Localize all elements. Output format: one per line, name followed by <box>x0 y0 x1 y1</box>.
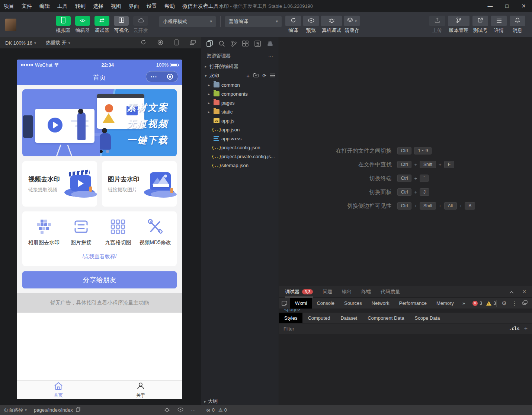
style-filter-input[interactable] <box>283 326 509 332</box>
test-account-button[interactable]: 测试号 <box>472 16 488 34</box>
tree-item-components[interactable]: ▸ components <box>201 89 279 98</box>
devtools-tab-wxml[interactable]: Wxml <box>290 298 312 309</box>
explorer-more-button[interactable]: ⋯ <box>268 53 273 59</box>
details-button[interactable]: 详情 <box>491 16 507 34</box>
computed-tab[interactable]: Computed <box>302 313 335 323</box>
close-panel-icon[interactable]: × <box>523 288 526 295</box>
tab-output[interactable]: 输出 <box>342 286 352 297</box>
debugger-toggle-button[interactable]: 调试器 <box>92 16 112 34</box>
preview-button[interactable]: 预览 <box>303 16 319 34</box>
banner-carousel[interactable]: 素材文案 无痕视频 一键下载 <box>22 89 177 156</box>
scope-data-tab[interactable]: Scope Data <box>409 313 445 323</box>
refresh-icon[interactable]: ⟳ <box>262 73 266 79</box>
undock-windows-icon[interactable] <box>190 40 196 46</box>
user-avatar[interactable] <box>5 19 16 31</box>
collapse-all-icon[interactable] <box>270 73 275 79</box>
new-file-icon[interactable]: + <box>246 73 250 79</box>
tab-problems[interactable]: 问题 <box>323 286 332 297</box>
compile-button[interactable]: 编译 <box>285 16 301 34</box>
editor-toggle-button[interactable]: </> 编辑器 <box>73 16 92 34</box>
devtools-tab-console[interactable]: Console <box>312 298 339 309</box>
tab-terminal[interactable]: 终端 <box>361 286 371 297</box>
devtools-tab-performance[interactable]: Performance <box>394 298 431 309</box>
mode-select[interactable]: 小程序模式 ▾ <box>159 16 216 27</box>
tree-item-sitemap-json[interactable]: {..} sitemap.json <box>201 161 279 170</box>
menu-project[interactable]: 项目 <box>0 0 18 12</box>
clear-cache-button[interactable]: ▾ 清缓存 <box>344 16 360 34</box>
compile-mode-select[interactable]: 普通编译 ▾ <box>225 16 282 27</box>
video-md5-item[interactable]: 视频MD5修改 <box>137 219 174 246</box>
messages-button[interactable]: 消息 <box>510 16 525 34</box>
share-button[interactable]: 分享给朋友 <box>22 271 177 288</box>
tab-debugger[interactable]: 调试器 3,3 <box>285 286 313 297</box>
dataset-tab[interactable]: Dataset <box>335 313 362 323</box>
collapse-panel-icon[interactable] <box>509 289 514 295</box>
minimize-button[interactable]: — <box>482 0 499 12</box>
hot-reload-select[interactable]: 热重载 开 ▾ <box>46 39 70 46</box>
menu-goto[interactable]: 转到 <box>71 0 89 12</box>
tab-home[interactable]: 首页 <box>17 381 100 399</box>
visualize-toggle-button[interactable]: 可视化 <box>112 16 131 34</box>
extensions-icon[interactable] <box>242 41 249 47</box>
inspect-element-icon[interactable] <box>279 300 290 306</box>
devtools-tab-memory[interactable]: Memory <box>432 298 459 309</box>
tree-item-pages[interactable]: ▸ pages <box>201 98 279 107</box>
more-tabs-button[interactable]: » <box>459 300 469 306</box>
image-watermark-card[interactable]: 图片去水印 链接提取图片 <box>102 161 177 207</box>
device-select[interactable]: DK 100% 16 ▾ <box>5 40 36 46</box>
files-icon[interactable] <box>206 40 213 47</box>
close-button[interactable]: ✕ <box>515 0 532 12</box>
paw-icon[interactable] <box>267 41 273 47</box>
menu-select[interactable]: 选择 <box>89 0 107 12</box>
nine-grid-item[interactable]: 九宫格切图 <box>100 219 137 246</box>
open-editors-section[interactable]: ▸ 打开的编辑器 <box>201 62 279 71</box>
minimize-capsule-button[interactable] <box>162 74 178 80</box>
project-root-section[interactable]: ▾ 水印 + ⟳ <box>201 71 279 80</box>
menu-file[interactable]: 文件 <box>18 0 36 12</box>
vconsole-bug-icon[interactable] <box>164 407 170 413</box>
menu-edit[interactable]: 编辑 <box>36 0 54 12</box>
video-watermark-card[interactable]: 视频去水印 链接提取视频 <box>22 161 97 207</box>
more-actions-icon[interactable]: ⋯ <box>191 407 196 413</box>
tree-item-project-private-config[interactable]: {..} project.private.config.js... <box>201 152 279 161</box>
new-folder-icon[interactable] <box>253 73 259 79</box>
restart-icon[interactable] <box>141 39 146 46</box>
menu-view[interactable]: 视图 <box>107 0 125 12</box>
devtools-tab-sources[interactable]: Sources <box>339 298 367 309</box>
devtools-tab-network[interactable]: Network <box>367 298 394 309</box>
album-watermark-item[interactable]: 相册图去水印 <box>25 219 63 246</box>
version-control-button[interactable]: 版本管理 <box>448 16 469 34</box>
menu-tools[interactable]: 工具 <box>54 0 71 12</box>
new-style-rule-button[interactable]: + <box>524 325 528 332</box>
problems-summary[interactable]: ⊗ 0 ⚠ 0 <box>201 407 279 413</box>
tab-code-quality[interactable]: 代码质量 <box>381 286 400 297</box>
maximize-button[interactable]: □ <box>499 0 515 12</box>
device-frame-icon[interactable] <box>174 39 179 47</box>
menu-settings[interactable]: 设置 <box>143 0 161 12</box>
tree-item-common[interactable]: ▸ common <box>201 80 279 89</box>
image-stitch-item[interactable]: 图片拼接 <box>63 219 100 246</box>
tree-item-app-json[interactable]: {..} app.json <box>201 125 279 134</box>
page-path-label[interactable]: 页面路径 <box>4 407 23 414</box>
menu-interface[interactable]: 界面 <box>125 0 143 12</box>
console-error-count[interactable]: ✕ 3 3 <box>472 300 496 306</box>
menu-devtools[interactable]: 微信开发者工具 <box>179 0 222 12</box>
devtools-settings-icon[interactable]: ⚙ <box>502 300 507 307</box>
remote-debug-button[interactable]: 真机调试 <box>321 16 342 34</box>
visibility-eye-icon[interactable] <box>177 407 183 413</box>
record-icon[interactable] <box>157 39 163 47</box>
cloud-dev-button[interactable]: 云开发 <box>131 16 150 34</box>
simulator-toggle-button[interactable]: 模拟器 <box>54 16 73 34</box>
component-data-tab[interactable]: Component Data <box>362 313 409 323</box>
source-control-icon[interactable] <box>231 41 237 47</box>
tree-item-app-wxss[interactable]: app.wxss <box>201 134 279 143</box>
tree-item-static[interactable]: ▸ static <box>201 107 279 116</box>
sitemap-panel-icon[interactable] <box>254 41 261 47</box>
toggle-class-button[interactable]: .cls <box>509 326 520 331</box>
more-options-button[interactable]: ••• <box>146 74 162 79</box>
search-icon[interactable] <box>219 41 225 47</box>
tree-item-app-js[interactable]: JS app.js <box>201 116 279 125</box>
upload-button[interactable]: 上传 <box>429 16 445 34</box>
undock-devtools-icon[interactable] <box>522 300 528 306</box>
outline-section[interactable]: ▸ 大纲 <box>201 398 279 405</box>
